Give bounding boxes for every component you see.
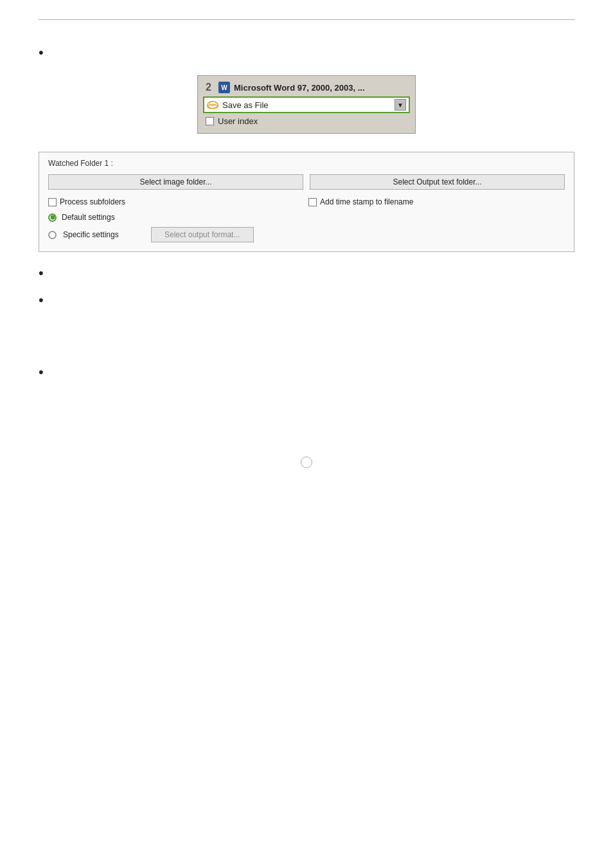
spacer-2 [39,386,574,437]
watched-folder-section: Watched Folder 1 : Select image folder..… [39,152,574,252]
select-image-folder-button[interactable]: Select image folder... [48,174,303,190]
process-subfolders-item: Process subfolders [48,197,305,206]
bullet-section-1: • [39,44,574,60]
dropdown-arrow[interactable]: ▼ [395,99,406,111]
bullet-dot-1: • [39,46,44,60]
default-settings-radio[interactable] [48,213,57,222]
spacer-1 [39,314,574,352]
default-settings-label: Default settings [62,213,115,222]
panel-box: 2 W Microsoft Word 97, 2000, 2003, ... S… [197,75,416,134]
spacer-3 [39,475,574,513]
watched-folder-title: Watched Folder 1 : [48,159,565,168]
word-icon: W [218,82,230,93]
select-output-text-folder-button[interactable]: Select Output text folder... [310,174,565,190]
user-index-row: User index [203,114,410,128]
process-subfolders-label: Process subfolders [60,197,125,206]
circle-symbol-area [39,457,574,468]
bullet-dot-2: • [39,266,44,280]
save-as-file-label: Save as File [222,100,392,110]
process-subfolders-checkbox[interactable] [48,198,57,206]
user-index-label: User index [218,116,258,126]
panel-word-row: 2 W Microsoft Word 97, 2000, 2003, ... [203,80,410,95]
default-settings-radio-item: Default settings [48,213,565,222]
add-time-stamp-item: Add time stamp to filename [308,197,565,206]
bullet-section-4: • [39,364,574,379]
bullet-dot-4: • [39,365,44,379]
watched-folder-box: Watched Folder 1 : Select image folder..… [39,152,574,252]
radio-section: Default settings Specific settings Selec… [48,213,565,242]
specific-settings-row: Specific settings Select output format..… [48,227,565,242]
add-time-stamp-label: Add time stamp to filename [320,197,413,206]
panel-row-number: 2 [206,82,215,93]
folder-buttons-row: Select image folder... Select Output tex… [48,174,565,190]
specific-settings-radio[interactable] [48,231,57,239]
screenshot-panel: 2 W Microsoft Word 97, 2000, 2003, ... S… [39,75,574,134]
panel-word-label: Microsoft Word 97, 2000, 2003, ... [234,83,365,93]
checkbox-row: Process subfolders Add time stamp to fil… [48,197,565,206]
circle-ring-icon [301,457,312,468]
content-area: • 2 W Microsoft Word 97, 2000, 2003, ... [0,20,613,526]
save-file-icon [207,100,218,110]
specific-settings-label: Specific settings [63,230,119,239]
select-output-format-button[interactable]: Select output format... [151,227,254,242]
bullet-section-2: • [39,265,574,280]
bullet-dot-3: • [39,293,44,307]
specific-settings-with-btn: Specific settings Select output format..… [48,227,565,242]
bullet-section-3: • [39,292,574,307]
add-time-stamp-checkbox[interactable] [308,198,317,206]
save-as-file-row[interactable]: Save as File ▼ [203,96,410,113]
user-index-checkbox[interactable] [206,117,214,125]
